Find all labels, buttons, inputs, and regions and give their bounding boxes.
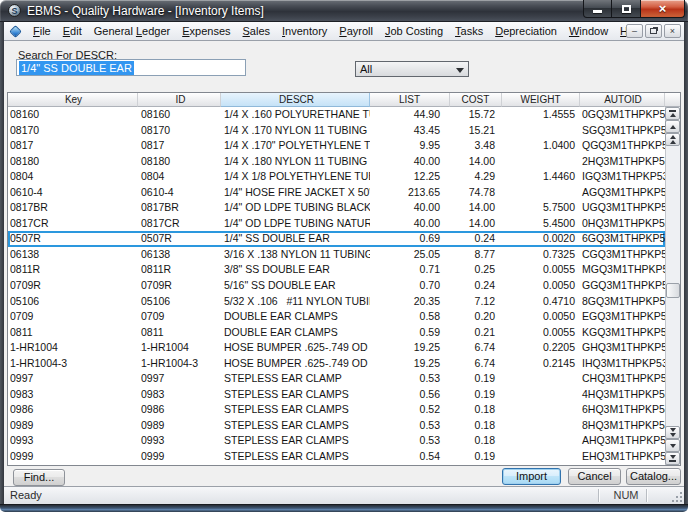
cell-cost: 0.24 xyxy=(450,231,502,247)
cell-weight: 0.2145 xyxy=(502,356,580,372)
cell-cost: 4.29 xyxy=(450,169,502,185)
minimize-button[interactable] xyxy=(583,0,612,18)
table-row[interactable]: 0709R0709R5/16" SS DOUBLE EAR0.700.240.0… xyxy=(8,278,665,294)
scroll-down-button[interactable] xyxy=(665,439,680,452)
cell-descr: 1/4 X .160 POLYURETHANE TUBING10 xyxy=(221,107,370,123)
table-row[interactable]: 08170081701/4 X .170 NYLON 11 TUBING 100… xyxy=(8,123,665,139)
cell-key: 08170 xyxy=(8,123,138,139)
resize-grip[interactable] xyxy=(670,490,683,503)
column-header-weight[interactable]: WEIGHT xyxy=(502,93,580,107)
cell-autoid: IHQ3M1THPKP530M0 xyxy=(580,356,665,372)
close-button[interactable]: × xyxy=(640,0,685,18)
find-button[interactable]: Find... xyxy=(13,469,65,486)
cell-key: 0993 xyxy=(8,433,138,449)
scroll-to-bottom-button[interactable] xyxy=(665,452,680,465)
cell-id: 0997 xyxy=(138,371,221,387)
menu-inventory[interactable]: Inventory xyxy=(276,23,333,40)
table-row[interactable]: 080408041/4 X 1/8 POLYETHYLENE TUBING12.… xyxy=(8,169,665,185)
scroll-up-button[interactable] xyxy=(665,120,680,133)
table-row[interactable]: 1-HR10041-HR1004HOSE BUMPER .625-.749 OD… xyxy=(8,340,665,356)
close-icon: × xyxy=(659,1,667,17)
cell-cost: 8.77 xyxy=(450,247,502,263)
cell-id: 0817 xyxy=(138,138,221,154)
cell-weight xyxy=(502,433,580,449)
scrollbar-thumb[interactable] xyxy=(666,283,680,298)
cell-list: 44.90 xyxy=(370,107,450,123)
menu-tasks[interactable]: Tasks xyxy=(449,23,489,40)
menu-general-ledger[interactable]: General Ledger xyxy=(88,23,176,40)
cell-descr: 1/4 X 1/8 POLYETHYLENE TUBING xyxy=(221,169,370,185)
cell-list: 0.52 xyxy=(370,402,450,418)
maximize-icon xyxy=(622,5,631,13)
scroll-page-up-button[interactable] xyxy=(665,133,680,146)
menu-edit[interactable]: Edit xyxy=(57,23,88,40)
cell-id: 0817BR xyxy=(138,200,221,216)
cell-id: 0811R xyxy=(138,262,221,278)
table-row[interactable]: 09830983STEPLESS EAR CLAMPS0.560.194HQ3M… xyxy=(8,387,665,403)
import-button[interactable]: Import xyxy=(502,468,561,485)
search-input[interactable]: 1/4" SS DOUBLE EAR xyxy=(16,59,246,76)
mdi-restore-icon xyxy=(650,28,657,34)
scroll-to-top-button[interactable] xyxy=(665,107,680,120)
menu-sales[interactable]: Sales xyxy=(237,23,277,40)
table-row[interactable]: 08160081601/4 X .160 POLYURETHANE TUBING… xyxy=(8,107,665,123)
cell-cost: 0.18 xyxy=(450,402,502,418)
table-row[interactable]: 09970997STEPLESS EAR CLAMP0.530.19CHQ3M1… xyxy=(8,371,665,387)
menu-job-costing[interactable]: Job Costing xyxy=(379,23,449,40)
table-row[interactable]: 0610-40610-41/4" HOSE FIRE JACKET X 50'2… xyxy=(8,185,665,201)
cell-descr: STEPLESS EAR CLAMPS xyxy=(221,418,370,434)
table-row[interactable]: 09860986STEPLESS EAR CLAMPS0.520.186HQ3M… xyxy=(8,402,665,418)
cell-list: 0.58 xyxy=(370,309,450,325)
cell-list: 0.54 xyxy=(370,449,450,465)
table-row[interactable]: 07090709DOUBLE EAR CLAMPS0.580.200.0050E… xyxy=(8,309,665,325)
column-header-autoid[interactable]: AUTOID xyxy=(580,93,665,107)
mdi-restore-button[interactable] xyxy=(645,24,662,38)
mdi-minimize-button[interactable]: – xyxy=(626,24,643,38)
cell-descr: 3/16 X .138 NYLON 11 TUBING 100' xyxy=(221,247,370,263)
filter-dropdown[interactable]: All xyxy=(355,61,469,77)
table-row-selected[interactable]: 0507R0507R1/4" SS DOUBLE EAR0.690.240.00… xyxy=(8,231,665,247)
table-row[interactable]: 08110811DOUBLE EAR CLAMPS0.590.210.0055K… xyxy=(8,325,665,341)
table-row[interactable]: 09890989STEPLESS EAR CLAMPS0.530.188HQ3M… xyxy=(8,418,665,434)
menu-payroll[interactable]: Payroll xyxy=(333,23,379,40)
cell-list: 213.65 xyxy=(370,185,450,201)
column-header-descr[interactable]: DESCR xyxy=(221,93,370,107)
cell-id: 0804 xyxy=(138,169,221,185)
table-row[interactable]: 09990999STEPLESS EAR CLAMPS0.540.19EHQ3M… xyxy=(8,449,665,465)
column-header-list[interactable]: LIST xyxy=(370,93,450,107)
column-header-key[interactable]: Key xyxy=(8,93,138,107)
maximize-button[interactable] xyxy=(612,0,640,18)
table-row[interactable]: 0817CR0817CR1/4" OD LDPE TUBING NATURAL … xyxy=(8,216,665,232)
cell-descr: 1/4 X .170 NYLON 11 TUBING 100' xyxy=(221,123,370,139)
table-row[interactable]: 081708171/4 X .170" POLYETHYLENE TUBING9… xyxy=(8,138,665,154)
table-row[interactable]: 06138061383/16 X .138 NYLON 11 TUBING 10… xyxy=(8,247,665,263)
cell-cost: 6.74 xyxy=(450,356,502,372)
cell-autoid: 8GQ3M1THPKP530M0 xyxy=(580,294,665,310)
table-row[interactable]: 08180081801/4 X .180 NYLON 11 TUBING 100… xyxy=(8,154,665,170)
cell-cost: 14.00 xyxy=(450,154,502,170)
cancel-button[interactable]: Cancel xyxy=(568,468,621,485)
menu-window[interactable]: Window xyxy=(563,23,614,40)
cell-cost: 14.00 xyxy=(450,200,502,216)
table-row[interactable]: 0817BR0817BR1/4" OD LDPE TUBING BLACK 50… xyxy=(8,200,665,216)
table-row[interactable]: 05106051065/32 X .106 #11 NYLON TUBING20… xyxy=(8,294,665,310)
column-header-id[interactable]: ID xyxy=(138,93,221,107)
vertical-scrollbar[interactable] xyxy=(665,107,680,465)
menu-expenses[interactable]: Expenses xyxy=(176,23,236,40)
cell-cost: 0.19 xyxy=(450,387,502,403)
mdi-close-button[interactable]: × xyxy=(664,24,681,38)
system-menu-icon[interactable] xyxy=(9,25,22,38)
cell-cost: 74.78 xyxy=(450,185,502,201)
cell-weight: 0.4710 xyxy=(502,294,580,310)
table-row[interactable]: 0811R0811R3/8" SS DOUBLE EAR0.710.250.00… xyxy=(8,262,665,278)
table-row[interactable]: 1-HR1004-31-HR1004-3HOSE BUMPER .625-.74… xyxy=(8,356,665,372)
cell-list: 40.00 xyxy=(370,216,450,232)
cell-autoid: CGQ3M1THPKP530M0 xyxy=(580,247,665,263)
menu-depreciation[interactable]: Depreciation xyxy=(489,23,563,40)
menu-file[interactable]: File xyxy=(27,23,57,40)
catalog-button[interactable]: Catalog... xyxy=(626,468,681,485)
scroll-page-down-button[interactable] xyxy=(665,426,680,439)
cell-autoid: UGQ3M1THPKP530M0 xyxy=(580,200,665,216)
column-header-cost[interactable]: COST xyxy=(450,93,502,107)
table-row[interactable]: 09930993STEPLESS EAR CLAMPS0.530.18AHQ3M… xyxy=(8,433,665,449)
